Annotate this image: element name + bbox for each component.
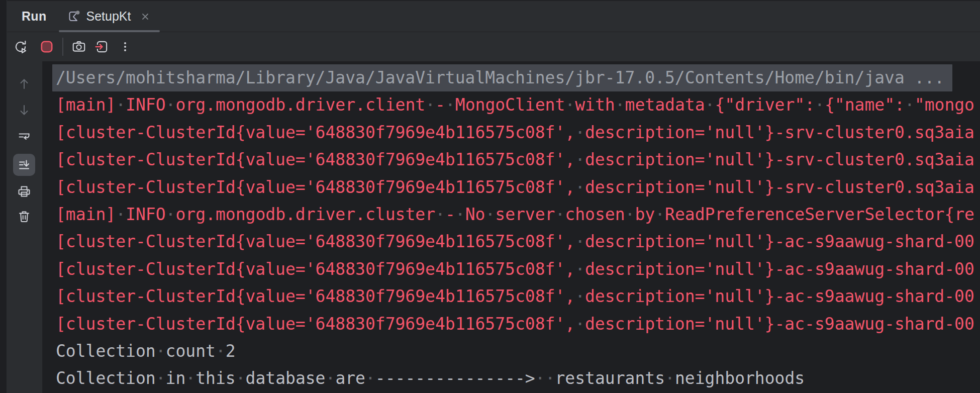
console-line: [cluster-ClusterId{value='648830f7969e4b… xyxy=(56,146,980,173)
tab-label: SetupKt xyxy=(86,9,131,24)
tab-setupkt[interactable]: SetupKt xyxy=(58,1,161,32)
camera-icon xyxy=(71,39,86,54)
open-in-editor-button[interactable] xyxy=(92,37,112,57)
console-line: [cluster-ClusterId{value='648830f7969e4b… xyxy=(56,174,980,201)
next-occurrence-button[interactable] xyxy=(17,103,31,117)
soft-wrap-icon xyxy=(17,129,31,143)
run-tab-strip: Run SetupKt xyxy=(7,0,980,32)
console-line: [main]·INFO·org.mongodb.driver.cluster·-… xyxy=(56,201,980,228)
rerun-button[interactable] xyxy=(11,37,31,57)
run-toolbar xyxy=(7,32,980,61)
console-line: [cluster-ClusterId{value='648830f7969e4b… xyxy=(56,256,980,283)
console-line: [main]·INFO·org.mongodb.driver.client·-·… xyxy=(56,91,980,119)
console-line: [cluster-ClusterId{value='648830f7969e4b… xyxy=(56,283,980,310)
stop-button[interactable] xyxy=(37,37,57,57)
arrow-into-box-icon xyxy=(94,39,110,54)
rerun-icon xyxy=(13,39,28,54)
toolbar-separator xyxy=(62,38,63,56)
arrow-up-icon xyxy=(17,77,31,91)
scroll-to-end-button[interactable] xyxy=(13,154,35,176)
arrow-down-icon xyxy=(17,103,31,117)
kebab-menu-icon xyxy=(118,40,132,54)
run-tool-window: Run SetupKt xyxy=(0,0,980,393)
scroll-to-end-icon xyxy=(17,158,31,172)
console-line: Collection·in·this·database·are·--------… xyxy=(56,365,980,392)
trash-icon xyxy=(17,210,31,224)
console-line: [cluster-ClusterId{value='648830f7969e4b… xyxy=(56,119,980,146)
console-line: Collection·count·2 xyxy=(56,338,980,365)
kotlin-file-icon xyxy=(67,10,81,23)
console-left-toolbar xyxy=(7,61,43,393)
run-header: Run SetupKt xyxy=(7,0,980,61)
more-options-button[interactable] xyxy=(115,37,135,57)
thread-dump-button[interactable] xyxy=(69,37,89,57)
clear-console-button[interactable] xyxy=(17,210,31,224)
prev-occurrence-button[interactable] xyxy=(17,77,31,91)
print-button[interactable] xyxy=(17,184,31,199)
window-edge-stripe xyxy=(0,0,7,393)
close-icon[interactable] xyxy=(139,11,151,23)
console-folded-command-line: /Users/mohitsharma/Library/Java/JavaVirt… xyxy=(56,64,980,91)
printer-icon xyxy=(17,184,31,199)
console-line: [cluster-ClusterId{value='648830f7969e4b… xyxy=(56,311,980,338)
soft-wrap-button[interactable] xyxy=(17,129,31,143)
console-line: [cluster-ClusterId{value='648830f7969e4b… xyxy=(56,228,980,255)
console-output[interactable]: /Users/mohitsharma/Library/Java/JavaVirt… xyxy=(43,61,980,393)
modified-dot xyxy=(75,11,79,14)
tool-window-title[interactable]: Run xyxy=(22,9,47,24)
run-console-body: /Users/mohitsharma/Library/Java/JavaVirt… xyxy=(7,61,980,393)
stop-square-icon xyxy=(40,40,54,54)
